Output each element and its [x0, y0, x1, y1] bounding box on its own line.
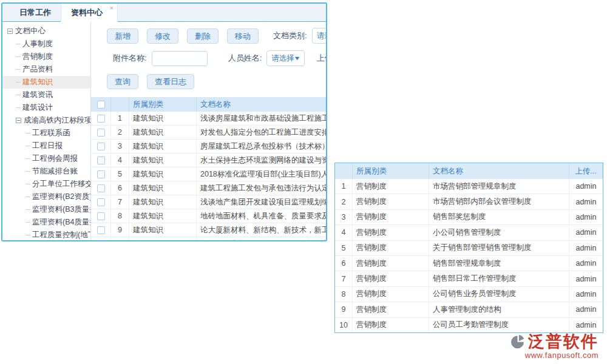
toolbar-button[interactable]: 修改	[147, 29, 178, 44]
row-index: 7	[335, 271, 353, 286]
row-checkbox-cell	[91, 223, 111, 237]
row-checkbox[interactable]	[97, 212, 105, 220]
knowledge-doc-table: 所属别类 文档名称 1建筑知识浅谈房屋建筑和市政基础设施工程施工...2建筑知识…	[91, 97, 326, 240]
row-checkbox[interactable]	[97, 226, 105, 234]
row-docname: 公司员工考勤管理制度	[429, 318, 569, 332]
tab-daily-work-label: 日常工作	[19, 8, 51, 17]
collapse-icon[interactable]	[7, 29, 13, 34]
category-tree: 文档中心人事制度营销制度产品资料建筑知识建筑资讯建筑设计成渝高铁内江标段项目工程…	[2, 22, 91, 240]
row-uploader: admin	[569, 210, 603, 224]
row-index: 5	[335, 241, 353, 255]
table-row[interactable]: 9建筑知识论大厦新材料、新结构、新技术，新工...	[91, 223, 326, 237]
row-category: 建筑知识	[129, 167, 197, 181]
tree-item-node[interactable]: 成渝高铁内江标段项目	[2, 114, 90, 127]
vendor-name: 泛普软件	[528, 334, 599, 350]
upload-date-label: 上传日期	[317, 53, 326, 64]
table-row[interactable]: 5营销制度关于销售部管理销售管理制度admin	[335, 241, 603, 256]
doc-category-select[interactable]: 请选择 ▼	[312, 28, 326, 44]
row-checkbox[interactable]	[97, 198, 105, 206]
table-row[interactable]: 7建筑知识浅谈地产集团开发建设项目监理规划编...	[91, 195, 326, 209]
tree-item-node[interactable]: 节能减排台账	[2, 165, 90, 178]
row-category: 营销制度	[353, 210, 429, 224]
filter-toolbar: 附件名称: 人员姓名: 请选择 ▼ 上传日期	[91, 50, 326, 66]
row-checkbox[interactable]	[97, 143, 105, 150]
table-row[interactable]: 3营销制度销售部奖惩制度admin	[335, 210, 603, 225]
tree-connector-icon	[16, 107, 21, 108]
tree-item-node[interactable]: 产品资料	[2, 63, 90, 76]
tab-daily-work[interactable]: 日常工作	[10, 4, 61, 21]
tree-item-node[interactable]: 监理资料(B3质量控制)	[2, 203, 90, 216]
close-icon[interactable]: ×	[110, 5, 114, 12]
row-category: 营销制度	[353, 318, 429, 332]
row-category: 营销制度	[353, 271, 429, 286]
table-row[interactable]: 4建筑知识水土保持生态环境监测网络的建设与资...	[91, 153, 326, 167]
row-docname: 公司销售业务员管理制度	[429, 287, 569, 302]
tree-connector-icon	[16, 56, 21, 57]
row-uploader: admin	[569, 287, 603, 302]
row-uploader: admin	[569, 179, 603, 194]
row-category: 建筑知识	[129, 223, 197, 237]
tree-item-node[interactable]: 工程联系函	[2, 127, 90, 140]
row-checkbox-cell	[91, 209, 111, 223]
table-row[interactable]: 2建筑知识对发包人指定分包的工程施工进度安排...	[91, 126, 326, 140]
tree-item-node[interactable]: 工程质量控制(地下室)	[2, 229, 90, 240]
header-docname: 文档名称	[197, 97, 326, 112]
table-row[interactable]: 2营销制度市场营销部内部会议管理制度admin	[335, 194, 603, 209]
table-row[interactable]: 6营销制度销售部管理规章制度admin	[335, 256, 603, 271]
collapse-icon[interactable]	[16, 118, 21, 123]
toolbar-button[interactable]: 新增	[107, 29, 138, 44]
tree-item-node[interactable]: 工程日报	[2, 140, 90, 152]
row-checkbox[interactable]	[97, 157, 105, 164]
table-row[interactable]: 1营销制度市场营销部管理规章制度admin	[335, 179, 603, 194]
marketing-doc-table: 所属别类 文档名称 上传... 1营销制度市场营销部管理规章制度admin2营销…	[334, 163, 603, 333]
table-row[interactable]: 10建筑知识大厦地下室加气砼墙砌筑工程的施工方...	[91, 237, 326, 240]
tree-item-node[interactable]: 监理资料(B2资质)	[2, 190, 90, 203]
row-index: 1	[335, 179, 353, 194]
table-row[interactable]: 8建筑知识地砖地面材料、机具准备、质量要求及...	[91, 209, 326, 223]
row-checkbox[interactable]	[97, 170, 105, 178]
toolbar-button[interactable]: 移动	[227, 29, 259, 44]
tree-item-node[interactable]: 营销制度	[2, 50, 90, 63]
tree-item-node[interactable]: 建筑设计	[2, 101, 90, 114]
attachment-name-input[interactable]	[152, 51, 208, 66]
row-index: 8	[111, 209, 129, 223]
tree-item-node[interactable]: 人事制度	[2, 38, 90, 50]
table-row[interactable]: 1建筑知识浅谈房屋建筑和市政基础设施工程施工...	[91, 112, 326, 126]
table-row[interactable]: 10营销制度公司员工考勤管理制度admin	[335, 318, 603, 333]
tree-item-selected[interactable]: 建筑知识	[2, 76, 90, 89]
row-checkbox-cell	[91, 140, 111, 153]
row-index: 8	[335, 287, 353, 302]
select-all-checkbox[interactable]	[97, 101, 105, 109]
row-category: 营销制度	[353, 241, 429, 255]
row-docname: 浅谈房屋建筑和市政基础设施工程施工...	[197, 112, 326, 125]
table-row[interactable]: 7营销制度销售部日常工作管理制度admin	[335, 271, 603, 286]
table-row[interactable]: 5建筑知识2018标准化监理项目部(业主项目部)人员...	[91, 167, 326, 181]
header-uploader: 上传...	[569, 163, 603, 179]
table-row[interactable]: 9营销制度人事管理制度的结构admin	[335, 302, 603, 317]
query-button[interactable]: 查询	[107, 74, 138, 89]
tree-item-node[interactable]: 文档中心	[2, 25, 90, 38]
row-checkbox[interactable]	[97, 129, 105, 136]
view-log-button[interactable]: 查看日志	[147, 74, 194, 89]
tree-item-node[interactable]: 建筑资讯	[2, 89, 90, 101]
row-checkbox-cell	[91, 153, 111, 167]
tab-data-center[interactable]: 资料中心 ×	[61, 4, 118, 22]
tree-item-node[interactable]: 工程例会周报	[2, 152, 90, 165]
action-toolbar: 新增修改删除移动 文档类别: 请选择 ▼ 文档	[91, 28, 326, 44]
table-row[interactable]: 6建筑知识建筑工程施工发包与承包违法行为认定...	[91, 181, 326, 195]
table-row[interactable]: 4营销制度小公司销售管理制度admin	[335, 225, 603, 240]
row-docname: 地砖地面材料、机具准备、质量要求及...	[197, 209, 326, 223]
row-checkbox[interactable]	[97, 184, 105, 192]
row-category: 营销制度	[353, 302, 429, 317]
row-checkbox[interactable]	[97, 115, 105, 123]
tree-item-node[interactable]: 监理资料(B4质量控制)	[2, 216, 90, 229]
toolbar-button[interactable]: 删除	[187, 29, 219, 44]
screen: 日常工作 资料中心 × 文档中心人事制度营销制度产品资料建筑知识建筑资讯建筑设计…	[0, 0, 607, 364]
table-row[interactable]: 8营销制度公司销售业务员管理制度admin	[335, 287, 603, 302]
row-checkbox[interactable]	[97, 240, 105, 241]
row-uploader: admin	[569, 271, 603, 286]
fanpu-logo-icon	[509, 334, 526, 350]
table-row[interactable]: 3建筑知识房屋建筑工程总承包投标书（技术标）...	[91, 140, 326, 153]
person-select[interactable]: 请选择 ▼	[266, 50, 304, 66]
tree-item-node[interactable]: 分工单位工作移交	[2, 178, 90, 190]
